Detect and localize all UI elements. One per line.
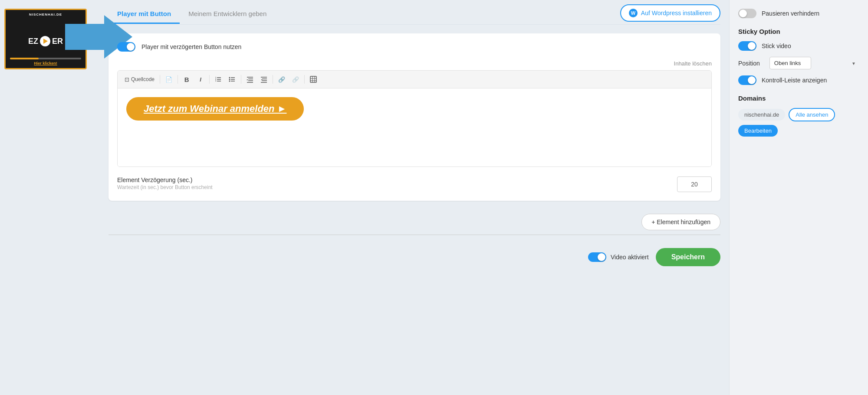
svg-text:3: 3	[215, 80, 217, 82]
svg-point-11	[229, 79, 230, 80]
delay-label-group: Element Verzögerung (sec.) Wartezeit (in…	[117, 176, 213, 190]
toggle-knob	[127, 43, 135, 51]
control-knob	[748, 76, 756, 84]
video-activated-row: Video aktiviert	[588, 252, 649, 262]
domains-heading: Domains	[738, 95, 859, 102]
source-label: Quellcode	[131, 76, 155, 82]
position-row: Position Oben links Oben rechts Unten li…	[738, 57, 859, 69]
toolbar-divider-3	[209, 75, 210, 84]
toolbar-bold-button[interactable]: B	[181, 73, 193, 85]
editor-body[interactable]: Jetzt zum Webinar anmelden ►	[118, 88, 711, 166]
pausieren-toggle[interactable]	[738, 9, 756, 18]
pausieren-row: Pausieren verhindern	[738, 9, 859, 18]
video-activated-label: Video aktiviert	[611, 254, 649, 261]
toolbar-document-button[interactable]: 📄	[163, 73, 175, 85]
pausieren-knob	[739, 10, 747, 17]
toolbar-ul-button[interactable]	[226, 73, 238, 85]
toolbar-divider-6	[304, 75, 305, 84]
domain-chip: nischenhai.de	[738, 109, 785, 121]
toolbar-indent-button[interactable]	[244, 73, 256, 85]
toolbar-italic-button[interactable]: I	[194, 73, 207, 85]
toolbar-unlink-button[interactable]: 🔗	[289, 73, 302, 85]
toolbar-divider-5	[273, 75, 273, 84]
stick-video-label: Stick video	[762, 42, 791, 49]
tab-meinem-entwicklern[interactable]: Meinem Entwicklern geben	[180, 5, 275, 24]
stick-video-toggle[interactable]	[738, 41, 756, 51]
add-element-button[interactable]: + Element hinzufügen	[641, 214, 720, 230]
main-divider	[108, 235, 720, 235]
wp-install-label: Auf Wordpress installieren	[641, 10, 712, 16]
toolbar-divider-1	[160, 75, 160, 84]
save-button[interactable]: Speichern	[656, 248, 720, 266]
blue-arrow	[65, 13, 135, 62]
position-select[interactable]: Oben links Oben rechts Unten links Unten…	[769, 57, 811, 69]
toolbar-divider-4	[241, 75, 241, 84]
tabs-row: Player mit Button Meinem Entwicklern geb…	[108, 4, 720, 25]
left-preview: NISCHENHAI.DE EZ ER Hier klicken!	[0, 0, 100, 395]
sticky-section: Sticky Option Stick video Position Oben …	[738, 28, 859, 85]
play-button-icon	[40, 36, 50, 46]
toolbar-ol-button[interactable]: 123	[212, 73, 224, 85]
editor-toolbar: ⊡ Quellcode 📄 B I 123	[118, 71, 711, 88]
domains-row: nischenhai.de Alle ansehen Bearbeiten	[738, 108, 859, 137]
delay-input[interactable]	[677, 176, 712, 192]
control-row: Kontroll-Leiste anzeigen	[738, 75, 859, 85]
bottom-bar: Video aktiviert Speichern	[108, 244, 720, 271]
add-element-row: + Element hinzufügen	[108, 214, 720, 230]
toolbar-table-button[interactable]	[307, 73, 319, 85]
stick-video-row: Stick video	[738, 41, 859, 51]
position-select-wrapper: Oben links Oben rechts Unten links Unten…	[769, 57, 859, 69]
domains-section: Domains nischenhai.de Alle ansehen Bearb…	[738, 95, 859, 137]
stick-video-knob	[748, 42, 756, 50]
toolbar-outdent-button[interactable]	[258, 73, 270, 85]
control-label: Kontroll-Leiste anzeigen	[762, 77, 827, 84]
toggle-row: Player mit verzögerten Button nutzen	[117, 42, 712, 52]
video-toggle-knob	[598, 253, 605, 261]
toolbar-divider-2	[178, 75, 178, 84]
editor-wrapper: ⊡ Quellcode 📄 B I 123	[117, 70, 712, 167]
delay-label: Element Verzögerung (sec.)	[117, 176, 213, 183]
right-sidebar: Pausieren verhindern Sticky Option Stick…	[729, 0, 868, 395]
svg-rect-23	[310, 76, 316, 82]
main-content: Player mit Button Meinem Entwicklern geb…	[100, 0, 729, 395]
cta-button[interactable]: Jetzt zum Webinar anmelden ►	[126, 97, 304, 121]
video-title: EZ ER	[28, 36, 63, 46]
wp-install-button[interactable]: W Auf Wordpress installieren	[620, 4, 720, 22]
video-activated-toggle[interactable]	[588, 252, 606, 262]
toggle-label: Player mit verzögerten Button nutzen	[141, 43, 241, 50]
svg-point-12	[229, 81, 230, 82]
svg-marker-0	[65, 15, 132, 59]
pausieren-section: Pausieren verhindern	[738, 9, 859, 18]
delay-row: Element Verzögerung (sec.) Wartezeit (in…	[117, 170, 712, 192]
sticky-heading: Sticky Option	[738, 28, 859, 35]
toolbar-link-button[interactable]: 🔗	[276, 73, 288, 85]
position-label: Position	[738, 60, 760, 67]
play-triangle-icon	[43, 39, 48, 44]
delayed-button-toggle[interactable]	[117, 42, 135, 52]
domain-view-all-button[interactable]: Alle ansehen	[789, 108, 835, 121]
clear-content-button[interactable]: Inhalte löschen	[117, 60, 712, 67]
toolbar-source-button[interactable]: ⊡ Quellcode	[122, 75, 157, 84]
svg-point-10	[229, 77, 230, 78]
source-icon: ⊡	[125, 76, 129, 83]
progress-fill	[10, 58, 39, 59]
delay-sublabel: Wartezeit (in sec.) bevor Button erschei…	[117, 184, 213, 190]
main-panel: Player mit verzögerten Button nutzen Inh…	[108, 33, 720, 201]
wp-logo-icon: W	[629, 9, 638, 17]
svg-marker-22	[261, 79, 262, 81]
pausieren-label: Pausieren verhindern	[762, 10, 819, 17]
domain-edit-button[interactable]: Bearbeiten	[738, 125, 778, 137]
control-toggle[interactable]	[738, 75, 756, 85]
svg-marker-17	[247, 79, 248, 81]
